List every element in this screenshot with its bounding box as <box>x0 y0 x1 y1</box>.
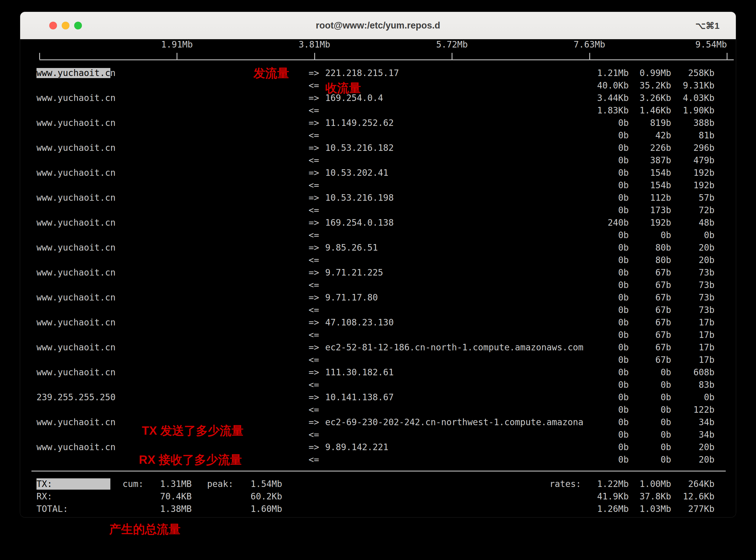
host-cell: www.yuchaoit.cn <box>37 366 115 379</box>
rx-rate-40s: 479b <box>693 154 714 166</box>
rx-rate-2s: 0b <box>618 379 629 391</box>
connection-row-rx: <=0b0b0b <box>20 229 736 241</box>
tx-rate-10s: 67b <box>655 266 671 279</box>
host-cell: www.yuchaoit.cn <box>37 316 115 329</box>
tx-rate-40s: 73b <box>699 291 714 304</box>
rx-rate-40s: 9.31Kb <box>683 79 714 92</box>
direction-arrow-out: => <box>309 92 319 104</box>
connection-row-tx: www.yuchaoit.cn=>11.149.252.620b819b388b <box>20 117 736 129</box>
direction-arrow-out: => <box>309 241 319 254</box>
connection-row-tx: www.yuchaoit.cn=>9.85.26.510b80b20b <box>20 241 736 254</box>
direction-arrow-out: => <box>309 217 319 229</box>
tx-rate-40s: 192b <box>693 166 714 179</box>
connection-row-rx: <=0b67b73b <box>20 304 736 316</box>
peer-cell: 11.149.252.62 <box>325 117 394 129</box>
host-cell: www.yuchaoit.cn <box>37 67 115 79</box>
connection-list: www.yuchaoit.cn=>221.218.215.171.21Mb0.9… <box>20 67 736 466</box>
scale-tick <box>451 53 453 59</box>
terminal-screen[interactable]: 1.91Mb3.81Mb5.72Mb7.63Mb9.54Mb www.yucha… <box>20 39 736 517</box>
rx-rate-40s: 73b <box>699 279 714 291</box>
host-cell: www.yuchaoit.cn <box>37 117 115 129</box>
scale-label: 9.54Mb <box>695 40 727 49</box>
titlebar[interactable]: root@www:/etc/yum.repos.d ⌥⌘1 <box>20 12 736 40</box>
scale-tick <box>176 53 177 59</box>
rx-rate-40s: 72b <box>699 204 714 217</box>
connection-row-tx: www.yuchaoit.cn=>10.53.216.1980b112b57b <box>20 192 736 204</box>
rx-rate-10s: 387b <box>650 154 671 166</box>
connection-row-tx: www.yuchaoit.cn=>9.71.17.800b67b73b <box>20 291 736 304</box>
peak-label: peak: <box>207 478 233 490</box>
rx-rate-2s: 0b <box>618 279 629 291</box>
rx-rate-40s: 34b <box>699 428 714 441</box>
rx-rate-2s: 40.0Kb <box>597 79 629 92</box>
rx-rate-40s: 12.6Kb <box>683 490 714 503</box>
annotation-tx-note: TX 发送了多少流量 <box>142 424 243 437</box>
rx-rate-2s: 0b <box>618 304 629 316</box>
direction-arrow-in: <= <box>309 428 319 441</box>
connection-row-tx: www.yuchaoit.cn=>47.108.23.1300b67b17b <box>20 316 736 329</box>
tx-rate-10s: 0b <box>660 366 671 379</box>
summary-divider <box>31 471 726 472</box>
total-peak-value: 1.60Mb <box>250 503 282 515</box>
host-cell: www.yuchaoit.cn <box>37 166 115 179</box>
direction-arrow-out: => <box>309 316 319 329</box>
connection-row-rx: <=0b0b83b <box>20 379 736 391</box>
scale-line <box>40 59 734 60</box>
tx-rate-2s: 0b <box>618 316 629 329</box>
direction-arrow-out: => <box>309 341 319 354</box>
rx-rate-10s: 67b <box>655 279 671 291</box>
host-cell: www.yuchaoit.cn <box>37 291 115 304</box>
direction-arrow-out: => <box>309 117 319 129</box>
connection-row-tx: www.yuchaoit.cn=>169.254.0.43.44Kb3.26Kb… <box>20 92 736 104</box>
tx-rate-2s: 3.44Kb <box>597 92 629 104</box>
tx-rate-10s: 67b <box>655 341 671 354</box>
rx-rate-10s: 0b <box>660 454 671 466</box>
scale-label: 7.63Mb <box>573 40 605 49</box>
peer-cell: 10.141.138.67 <box>325 391 394 403</box>
rx-rate-10s: 154b <box>650 179 671 192</box>
tx-rate-40s: 48b <box>699 217 714 229</box>
tx-rate-10s: 0b <box>660 416 671 428</box>
annotation-tx-traffic: 发流量 <box>253 66 289 80</box>
direction-arrow-in: <= <box>309 354 319 366</box>
connection-row-tx: 239.255.255.250=>10.141.138.670b0b0b <box>20 391 736 403</box>
tx-rate-40s: 20b <box>699 241 714 254</box>
connection-row-tx: www.yuchaoit.cn=>221.218.215.171.21Mb0.9… <box>20 67 736 79</box>
rx-rate-40s: 17b <box>699 329 714 341</box>
tx-rate-2s: 1.21Mb <box>597 67 629 79</box>
tx-rate-40s: 388b <box>693 117 714 129</box>
tx-rate-40s: 608b <box>693 366 714 379</box>
summary-row-tx: TX: cum: 1.31MB peak: 1.54Mb rates: 1.22… <box>20 478 736 490</box>
total-rate-2s: 1.26Mb <box>597 503 629 515</box>
total-cum-value: 1.38MB <box>160 503 192 515</box>
rx-rate-2s: 0b <box>618 403 629 416</box>
rx-rate-40s: 20b <box>699 254 714 266</box>
summary-row-rx: RX: 70.4KB 60.2Kb 41.9Kb 37.8Kb 12.6Kb <box>20 490 736 503</box>
tx-rate-2s: 0b <box>618 142 629 154</box>
scale-tick <box>314 53 315 59</box>
rx-rate-40s: 83b <box>699 379 714 391</box>
tx-rate-2s: 0b <box>618 192 629 204</box>
tx-rate-10s: 0.99Mb <box>639 67 671 79</box>
direction-arrow-out: => <box>309 142 319 154</box>
cum-label: cum: <box>123 478 144 490</box>
direction-arrow-in: <= <box>309 379 319 391</box>
rx-rate-40s: 122b <box>693 403 714 416</box>
rx-rate-40s: 20b <box>699 454 714 466</box>
rates-label: rates: <box>549 478 581 490</box>
tx-rate-10s: 226b <box>650 142 671 154</box>
connection-row-rx: <=0b67b73b <box>20 279 736 291</box>
peer-cell: ec2-69-230-202-242.cn-northwest-1.comput… <box>325 416 583 428</box>
direction-arrow-in: <= <box>309 204 319 217</box>
host-cell: www.yuchaoit.cn <box>37 217 115 229</box>
connection-row-tx: www.yuchaoit.cn=>ec2-69-230-202-242.cn-n… <box>20 416 736 428</box>
connection-row-rx: <=40.0Kb35.2Kb9.31Kb <box>20 79 736 92</box>
host-cell: www.yuchaoit.cn <box>37 341 115 354</box>
direction-arrow-in: <= <box>309 304 319 316</box>
tx-rate-2s: 0b <box>618 441 629 454</box>
rx-rate-2s: 0b <box>618 329 629 341</box>
rx-rate-10s: 0b <box>660 379 671 391</box>
scale-tick <box>589 53 590 59</box>
rx-rate-10s: 35.2Kb <box>639 79 671 92</box>
scale-tick <box>39 53 40 59</box>
